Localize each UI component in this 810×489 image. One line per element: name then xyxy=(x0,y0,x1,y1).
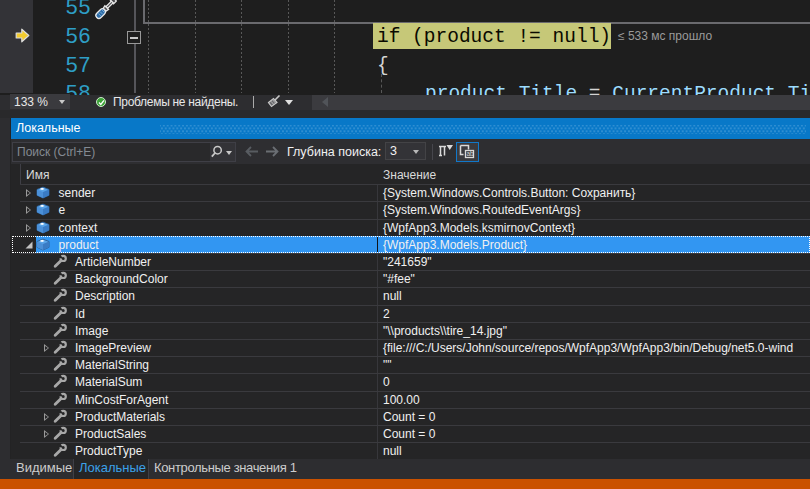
svg-text:ab: ab xyxy=(467,150,475,157)
